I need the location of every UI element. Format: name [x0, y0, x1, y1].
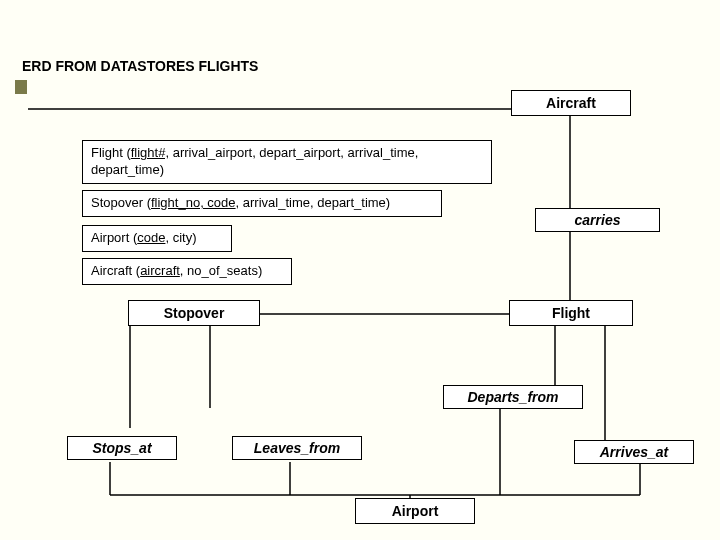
- entity-aircraft: Aircraft: [511, 90, 631, 116]
- entity-flight: Flight: [509, 300, 633, 326]
- relationship-arrives-at: Arrives_at: [574, 440, 694, 464]
- entity-stopover-label: Stopover: [164, 305, 225, 321]
- relationship-stops-at: Stops_at: [67, 436, 177, 460]
- relationship-carries: carries: [535, 208, 660, 232]
- entity-aircraft-label: Aircraft: [546, 95, 596, 111]
- relationship-departs-from-label: Departs_from: [467, 389, 558, 405]
- relationship-leaves-from-label: Leaves_from: [254, 440, 340, 456]
- schema-stopover: Stopover (flight_no, code, arrival_time,…: [82, 190, 442, 217]
- entity-airport: Airport: [355, 498, 475, 524]
- relationship-leaves-from: Leaves_from: [232, 436, 362, 460]
- entity-flight-label: Flight: [552, 305, 590, 321]
- relationship-arrives-at-label: Arrives_at: [600, 444, 669, 460]
- schema-airport: Airport (code, city): [82, 225, 232, 252]
- relationship-carries-label: carries: [575, 212, 621, 228]
- title-accent: [15, 80, 27, 94]
- diagram-title: ERD FROM DATASTORES FLIGHTS: [22, 58, 258, 74]
- relationship-departs-from: Departs_from: [443, 385, 583, 409]
- schema-aircraft: Aircraft (aircraft, no_of_seats): [82, 258, 292, 285]
- entity-stopover: Stopover: [128, 300, 260, 326]
- schema-flight: Flight (flight#, arrival_airport, depart…: [82, 140, 492, 184]
- relationship-stops-at-label: Stops_at: [92, 440, 151, 456]
- entity-airport-label: Airport: [392, 503, 439, 519]
